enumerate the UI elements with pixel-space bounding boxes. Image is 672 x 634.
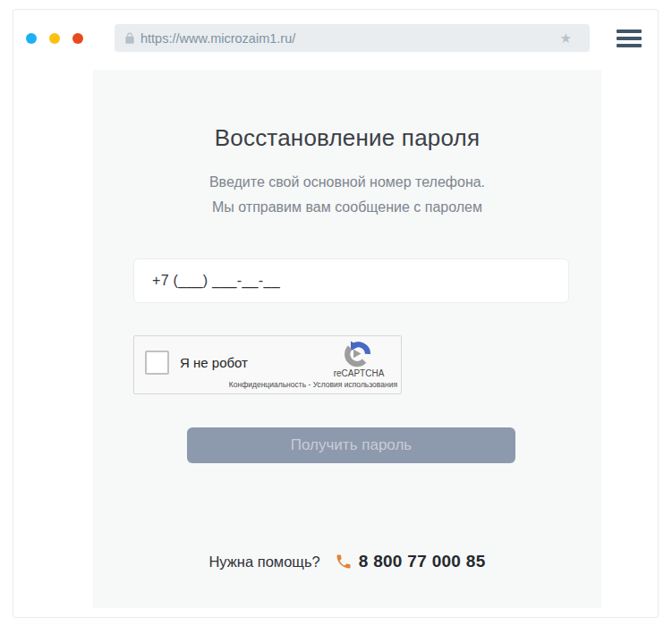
url-text: https://www.microzaim1.ru/ <box>140 31 560 46</box>
recaptcha-logo-icon <box>345 340 372 368</box>
traffic-light-blue[interactable] <box>26 33 37 44</box>
window-traffic-lights <box>26 33 83 44</box>
traffic-light-yellow[interactable] <box>49 33 60 44</box>
privacy-link[interactable]: Конфиденциальность <box>229 380 306 389</box>
traffic-light-red[interactable] <box>72 33 83 44</box>
recaptcha-widget: Я не робот reCAPTCHA Конфиденциальность … <box>133 335 402 394</box>
help-question-label: Нужна помощь? <box>208 554 319 571</box>
terms-link[interactable]: Условия использования <box>313 380 397 389</box>
browser-window: https://www.microzaim1.ru/ ★ Восстановле… <box>13 9 659 618</box>
page-title: Восстановление пароля <box>93 124 601 152</box>
subtitle-line-2: Мы отправим вам сообщение с паролем <box>93 195 601 220</box>
page-subtitle: Введите свой основной номер телефона. Мы… <box>93 170 601 220</box>
password-recovery-page: Восстановление пароля Введите свой основ… <box>93 70 601 608</box>
menu-bar <box>617 44 642 47</box>
recaptcha-brand-label: reCAPTCHA <box>328 368 389 378</box>
menu-bar <box>617 30 642 33</box>
menu-bar <box>617 37 642 40</box>
links-separator: - <box>306 380 313 389</box>
bookmark-star-icon[interactable]: ★ <box>560 31 572 45</box>
phone-icon <box>335 553 353 571</box>
lock-icon <box>123 32 136 45</box>
recaptcha-legal-links: Конфиденциальность - Условия использован… <box>229 380 397 389</box>
recaptcha-checkbox[interactable] <box>145 351 169 375</box>
help-phone-number[interactable]: 8 800 77 000 85 <box>359 552 486 571</box>
subtitle-line-1: Введите свой основной номер телефона. <box>93 170 601 195</box>
address-bar[interactable]: https://www.microzaim1.ru/ ★ <box>115 24 590 52</box>
recaptcha-checkbox-label: Я не робот <box>180 355 248 370</box>
menu-button[interactable] <box>617 30 642 47</box>
phone-number-input[interactable] <box>133 258 569 303</box>
help-row: Нужна помощь? 8 800 77 000 85 <box>93 550 601 573</box>
get-password-button[interactable]: Получить пароль <box>187 427 515 463</box>
